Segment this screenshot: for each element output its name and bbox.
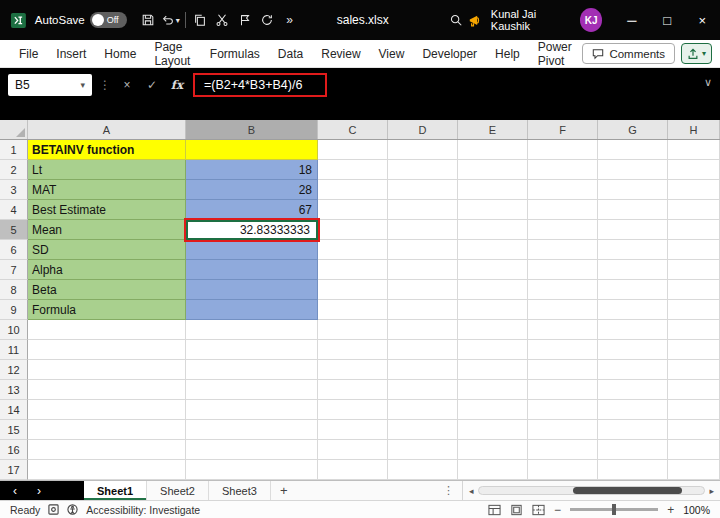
row-header-9[interactable]: 9 xyxy=(0,300,28,320)
cell-F17[interactable] xyxy=(528,460,598,480)
cell-D14[interactable] xyxy=(388,400,458,420)
cell-H11[interactable] xyxy=(668,340,720,360)
cell-B4[interactable]: 67 xyxy=(186,200,318,220)
cell-F7[interactable] xyxy=(528,260,598,280)
cell-B17[interactable] xyxy=(186,460,318,480)
cell-C14[interactable] xyxy=(318,400,388,420)
cell-A15[interactable] xyxy=(28,420,186,440)
cell-G17[interactable] xyxy=(598,460,668,480)
cell-G9[interactable] xyxy=(598,300,668,320)
cell-A14[interactable] xyxy=(28,400,186,420)
autosave-control[interactable]: AutoSave Off xyxy=(35,12,127,28)
sheet-tab-sheet1[interactable]: Sheet1 xyxy=(84,481,147,500)
cell-C6[interactable] xyxy=(318,240,388,260)
cell-E1[interactable] xyxy=(458,140,528,160)
cell-F15[interactable] xyxy=(528,420,598,440)
cell-D8[interactable] xyxy=(388,280,458,300)
cell-H12[interactable] xyxy=(668,360,720,380)
cell-C5[interactable] xyxy=(318,220,388,240)
cell-G11[interactable] xyxy=(598,340,668,360)
cell-F16[interactable] xyxy=(528,440,598,460)
cell-A7[interactable]: Alpha xyxy=(28,260,186,280)
cell-H5[interactable] xyxy=(668,220,720,240)
cell-F1[interactable] xyxy=(528,140,598,160)
cell-C10[interactable] xyxy=(318,320,388,340)
row-header-4[interactable]: 4 xyxy=(0,200,28,220)
cell-A2[interactable]: Lt xyxy=(28,160,186,180)
cell-H4[interactable] xyxy=(668,200,720,220)
cell-D16[interactable] xyxy=(388,440,458,460)
sheet-prev-button[interactable]: ‹ xyxy=(13,484,17,498)
tab-insert[interactable]: Insert xyxy=(47,40,95,67)
row-header-15[interactable]: 15 xyxy=(0,420,28,440)
cell-H13[interactable] xyxy=(668,380,720,400)
sheet-tab-sheet2[interactable]: Sheet2 xyxy=(147,481,209,500)
add-sheet-button[interactable]: + xyxy=(271,481,297,500)
cell-B9[interactable] xyxy=(186,300,318,320)
close-button[interactable]: × xyxy=(685,0,720,40)
scroll-left-arrow[interactable]: ◂ xyxy=(469,486,474,496)
cell-B15[interactable] xyxy=(186,420,318,440)
cell-D13[interactable] xyxy=(388,380,458,400)
tab-help[interactable]: Help xyxy=(486,40,529,67)
row-header-13[interactable]: 13 xyxy=(0,380,28,400)
cell-H1[interactable] xyxy=(668,140,720,160)
column-header-A[interactable]: A xyxy=(28,120,186,139)
refresh-button[interactable] xyxy=(256,6,278,34)
cell-B5[interactable]: 32.83333333 xyxy=(186,220,318,240)
cell-F2[interactable] xyxy=(528,160,598,180)
cell-A11[interactable] xyxy=(28,340,186,360)
cell-E15[interactable] xyxy=(458,420,528,440)
row-header-5[interactable]: 5 xyxy=(0,220,28,240)
cell-C9[interactable] xyxy=(318,300,388,320)
cell-H7[interactable] xyxy=(668,260,720,280)
cell-C3[interactable] xyxy=(318,180,388,200)
cell-H8[interactable] xyxy=(668,280,720,300)
cell-E5[interactable] xyxy=(458,220,528,240)
cell-B1[interactable] xyxy=(186,140,318,160)
tab-home[interactable]: Home xyxy=(95,40,145,67)
row-header-1[interactable]: 1 xyxy=(0,140,28,160)
confirm-entry-button[interactable]: ✓ xyxy=(143,78,161,92)
sheet-tab-sheet3[interactable]: Sheet3 xyxy=(209,481,271,500)
cell-A9[interactable]: Formula xyxy=(28,300,186,320)
cell-A13[interactable] xyxy=(28,380,186,400)
cell-F11[interactable] xyxy=(528,340,598,360)
cell-A4[interactable]: Best Estimate xyxy=(28,200,186,220)
row-header-2[interactable]: 2 xyxy=(0,160,28,180)
cell-C11[interactable] xyxy=(318,340,388,360)
cell-C12[interactable] xyxy=(318,360,388,380)
sheet-options-menu-icon[interactable]: ⋮ xyxy=(435,481,462,500)
cell-A12[interactable] xyxy=(28,360,186,380)
column-header-E[interactable]: E xyxy=(458,120,528,139)
cell-F6[interactable] xyxy=(528,240,598,260)
cell-C16[interactable] xyxy=(318,440,388,460)
cell-E13[interactable] xyxy=(458,380,528,400)
tab-view[interactable]: View xyxy=(370,40,414,67)
cell-E11[interactable] xyxy=(458,340,528,360)
cell-D5[interactable] xyxy=(388,220,458,240)
cell-D11[interactable] xyxy=(388,340,458,360)
macro-record-icon[interactable] xyxy=(48,504,59,515)
cell-D4[interactable] xyxy=(388,200,458,220)
formula-bar-grip[interactable]: ⋮ xyxy=(99,78,111,92)
cell-H2[interactable] xyxy=(668,160,720,180)
cell-D2[interactable] xyxy=(388,160,458,180)
row-header-17[interactable]: 17 xyxy=(0,460,28,480)
tab-formulas[interactable]: Formulas xyxy=(201,40,269,67)
cell-B13[interactable] xyxy=(186,380,318,400)
cell-H6[interactable] xyxy=(668,240,720,260)
cell-B2[interactable]: 18 xyxy=(186,160,318,180)
cell-A3[interactable]: MAT xyxy=(28,180,186,200)
cell-G16[interactable] xyxy=(598,440,668,460)
cell-B7[interactable] xyxy=(186,260,318,280)
column-header-D[interactable]: D xyxy=(388,120,458,139)
cell-F13[interactable] xyxy=(528,380,598,400)
cell-B14[interactable] xyxy=(186,400,318,420)
flag-button[interactable] xyxy=(233,6,255,34)
comments-button[interactable]: Comments xyxy=(582,43,675,64)
tab-data[interactable]: Data xyxy=(269,40,312,67)
excel-app-icon[interactable] xyxy=(10,11,27,29)
cell-A6[interactable]: SD xyxy=(28,240,186,260)
normal-view-icon[interactable] xyxy=(488,504,501,516)
